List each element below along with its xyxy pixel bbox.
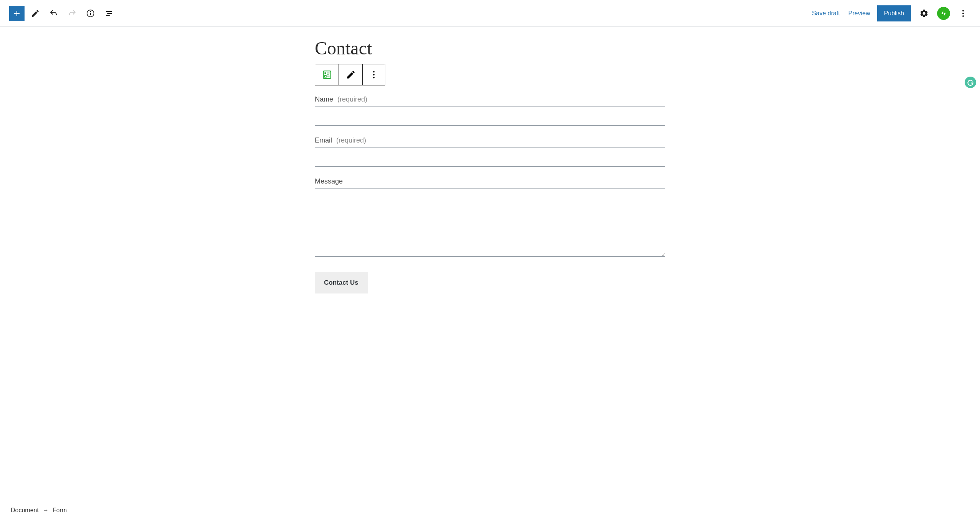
required-hint: (required) bbox=[337, 95, 367, 103]
svg-rect-14 bbox=[327, 76, 330, 77]
svg-point-7 bbox=[962, 13, 964, 14]
message-textarea[interactable] bbox=[315, 189, 665, 257]
pencil-icon bbox=[31, 9, 40, 18]
info-icon bbox=[86, 9, 95, 18]
svg-rect-4 bbox=[107, 13, 112, 14]
editor-topbar: Save draft Preview Publish bbox=[0, 0, 980, 27]
grammarly-icon bbox=[967, 79, 974, 86]
email-input[interactable] bbox=[315, 148, 665, 167]
svg-rect-1 bbox=[90, 13, 91, 15]
block-toolbar bbox=[315, 64, 385, 85]
svg-rect-13 bbox=[324, 75, 326, 77]
redo-button[interactable] bbox=[64, 6, 80, 21]
field-label: Email (required) bbox=[315, 136, 665, 144]
pencil-icon bbox=[346, 70, 356, 80]
more-options-button[interactable] bbox=[955, 6, 971, 21]
topbar-left bbox=[9, 6, 117, 21]
block-type-button[interactable] bbox=[315, 64, 339, 85]
name-input[interactable] bbox=[315, 107, 665, 126]
form-field-name: Name (required) bbox=[315, 95, 665, 126]
svg-rect-12 bbox=[327, 74, 329, 75]
editor-content: Contact Name bbox=[315, 38, 665, 309]
breadcrumb-current[interactable]: Form bbox=[53, 507, 67, 514]
outline-button[interactable] bbox=[101, 6, 117, 21]
form-block-icon bbox=[322, 70, 332, 80]
block-breadcrumb: Document → Form bbox=[0, 502, 980, 518]
edit-mode-button[interactable] bbox=[28, 6, 43, 21]
editor-canvas: Contact Name bbox=[0, 27, 980, 502]
page-title[interactable]: Contact bbox=[315, 38, 665, 59]
preview-button[interactable]: Preview bbox=[847, 7, 872, 20]
form-field-message: Message bbox=[315, 177, 665, 258]
jetpack-badge[interactable] bbox=[937, 7, 950, 20]
jetpack-icon bbox=[940, 10, 947, 17]
save-draft-button[interactable]: Save draft bbox=[811, 7, 842, 20]
field-label: Name (required) bbox=[315, 95, 665, 103]
topbar-right: Save draft Preview Publish bbox=[811, 5, 971, 21]
undo-icon bbox=[49, 9, 58, 18]
block-more-button[interactable] bbox=[363, 64, 385, 85]
required-hint: (required) bbox=[336, 136, 366, 144]
outline-icon bbox=[104, 9, 113, 18]
field-label-text: Name bbox=[315, 95, 333, 103]
dots-vertical-icon bbox=[369, 70, 379, 80]
redo-icon bbox=[67, 9, 77, 18]
details-button[interactable] bbox=[83, 6, 98, 21]
plus-icon bbox=[12, 9, 21, 18]
svg-rect-5 bbox=[106, 15, 110, 16]
settings-button[interactable] bbox=[916, 6, 932, 21]
svg-rect-2 bbox=[90, 11, 91, 12]
svg-rect-11 bbox=[327, 73, 330, 74]
field-label: Message bbox=[315, 177, 665, 185]
svg-point-6 bbox=[962, 10, 964, 11]
add-block-button[interactable] bbox=[9, 6, 25, 21]
edit-block-button[interactable] bbox=[339, 64, 363, 85]
breadcrumb-separator: → bbox=[43, 507, 49, 514]
breadcrumb-parent[interactable]: Document bbox=[11, 507, 39, 514]
field-label-text: Message bbox=[315, 177, 343, 185]
form-field-email: Email (required) bbox=[315, 136, 665, 167]
grammarly-badge[interactable] bbox=[965, 77, 976, 88]
svg-point-15 bbox=[373, 71, 375, 72]
publish-button[interactable]: Publish bbox=[877, 5, 911, 21]
undo-button[interactable] bbox=[46, 6, 61, 21]
dots-vertical-icon bbox=[959, 9, 968, 18]
svg-rect-10 bbox=[324, 72, 326, 74]
submit-button[interactable]: Contact Us bbox=[315, 272, 368, 293]
svg-point-16 bbox=[373, 74, 375, 75]
gear-icon bbox=[919, 9, 929, 18]
svg-point-8 bbox=[962, 15, 964, 17]
svg-point-17 bbox=[373, 77, 375, 79]
field-label-text: Email bbox=[315, 136, 332, 144]
svg-rect-3 bbox=[106, 11, 112, 12]
